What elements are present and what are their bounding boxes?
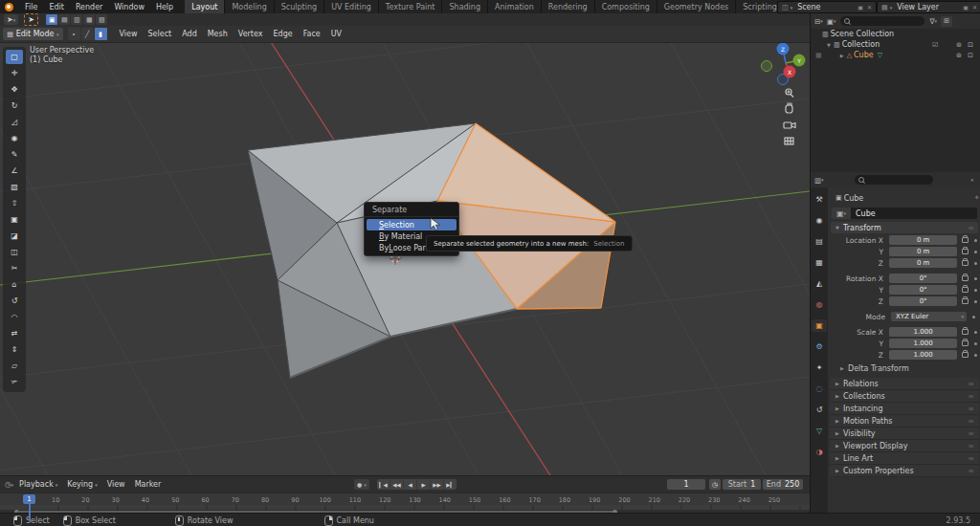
- panel-collections[interactable]: ▶Collections≡: [830, 390, 979, 403]
- tab-sculpting[interactable]: Sculpting: [275, 0, 324, 13]
- tab-uv-editing[interactable]: UV Editing: [324, 0, 379, 13]
- edge-select-button[interactable]: ╱: [81, 28, 94, 40]
- animate-dot[interactable]: [974, 277, 977, 280]
- tool-extrude-region[interactable]: ⇧: [6, 196, 23, 210]
- panel-line-art[interactable]: ▶Line Art≡: [830, 452, 979, 465]
- field-location-x[interactable]: 0 m: [889, 235, 957, 245]
- navigation-gizmo[interactable]: Z Y X: [762, 43, 806, 85]
- tool-shear[interactable]: ▱: [6, 359, 23, 373]
- menu-help[interactable]: Help: [150, 3, 179, 11]
- field-mode[interactable]: XYZ Euler▾: [891, 312, 967, 321]
- animate-dot[interactable]: [974, 354, 977, 357]
- tab-animation[interactable]: Animation: [488, 0, 542, 13]
- viewport-3d[interactable]: Z Y X User Perspective (1) Cube ▢✛✥↻◿◉✎∠…: [0, 42, 810, 475]
- tab-rendering[interactable]: Rendering: [542, 0, 595, 13]
- select-intersect-button[interactable]: ▧: [96, 14, 107, 25]
- properties-tab-material[interactable]: ◑: [812, 446, 827, 458]
- panel-instancing[interactable]: ▶Instancing≡: [830, 403, 979, 415]
- chevron-down-icon[interactable]: ▾: [970, 177, 973, 183]
- disable-render-icon[interactable]: ⊡: [968, 41, 973, 49]
- properties-editor-icon[interactable]: ▥: [814, 176, 821, 185]
- outliner-search-input[interactable]: [840, 16, 924, 26]
- panel-drag-handle[interactable]: ≡: [968, 442, 974, 450]
- properties-tab-constraints[interactable]: ↺: [812, 404, 827, 416]
- face-select-button[interactable]: ▮: [95, 28, 107, 40]
- field-scale-x[interactable]: 1.000: [889, 327, 957, 337]
- pin-icon[interactable]: ⌖: [974, 193, 979, 203]
- disable-render-icon[interactable]: ⊡: [968, 52, 973, 59]
- collection-checkbox[interactable]: ☑: [932, 41, 938, 49]
- menu-window[interactable]: Window: [108, 3, 150, 11]
- animate-dot[interactable]: [974, 251, 977, 253]
- view-layer-selector[interactable]: ▤ ▾ View Layer ▣ ✕: [877, 1, 980, 13]
- lock-icon[interactable]: [962, 352, 969, 358]
- properties-tab-data[interactable]: ▽: [812, 425, 827, 437]
- field-z[interactable]: 0°: [889, 296, 957, 306]
- timeline-track[interactable]: [0, 505, 810, 510]
- delta-transform-panel[interactable]: ▶ Delta Transform: [830, 362, 979, 374]
- tool-edge-slide[interactable]: ⇄: [6, 326, 23, 340]
- scene-selector[interactable]: ◫ ▾ Scene ▣ ✕: [777, 1, 877, 13]
- tool-poly-build[interactable]: ⌂: [6, 277, 23, 292]
- perspective-toggle-icon[interactable]: [785, 138, 793, 144]
- lock-icon[interactable]: [962, 298, 969, 304]
- play-reverse-button[interactable]: ◀: [404, 479, 417, 490]
- timeline-menu-marker[interactable]: Marker: [135, 480, 162, 489]
- properties-search-input[interactable]: [855, 175, 933, 185]
- tool-annotate[interactable]: ✎: [6, 147, 23, 162]
- tool-bevel[interactable]: ◪: [6, 229, 23, 243]
- active-tool-dropdown[interactable]: ➤ ▾: [4, 14, 18, 25]
- properties-tab-modifiers[interactable]: ⚙: [812, 340, 827, 353]
- tool-rotate[interactable]: ↻: [6, 99, 23, 113]
- properties-tab-output[interactable]: ▤: [812, 235, 827, 248]
- play-button[interactable]: ▶: [417, 479, 431, 490]
- tool-loop-cut[interactable]: ◫: [6, 245, 23, 259]
- mode-selector[interactable]: ▦ Edit Mode ▾: [3, 28, 63, 40]
- copy-icon[interactable]: ▣: [963, 4, 969, 11]
- lock-icon[interactable]: [962, 275, 969, 281]
- timeline-ruler[interactable]: 1020304050607080901001101201301401501601…: [0, 493, 810, 506]
- lock-icon[interactable]: [962, 237, 969, 243]
- outliner-row-scene-collection[interactable]: ▥ Scene Collection: [811, 29, 980, 39]
- outliner-row-cube[interactable]: ▦ ▶ △ Cube ▽ ⊚ ⊡: [811, 50, 980, 60]
- animate-dot[interactable]: [974, 300, 977, 303]
- viewport-menu-edge[interactable]: Edge: [269, 30, 298, 38]
- new-collection-button[interactable]: ⊞: [941, 16, 952, 27]
- jump-to-end-button[interactable]: ▶▎: [444, 479, 457, 490]
- tab-modeling[interactable]: Modeling: [225, 0, 274, 13]
- tab-compositing[interactable]: Compositing: [595, 0, 657, 13]
- menu-render[interactable]: Render: [70, 3, 108, 11]
- viewport-menu-uv[interactable]: UV: [326, 30, 346, 38]
- expand-arrow-icon[interactable]: ▶: [839, 53, 845, 58]
- animate-dot[interactable]: [972, 316, 975, 318]
- panel-motion-paths[interactable]: ▶Motion Paths≡: [830, 415, 979, 427]
- tool-select-box[interactable]: ▢: [6, 50, 23, 64]
- lock-icon[interactable]: [962, 249, 969, 254]
- select-subtract-button[interactable]: ▥: [71, 14, 82, 25]
- lock-icon[interactable]: [962, 340, 969, 346]
- blender-logo-icon[interactable]: [5, 3, 13, 11]
- use-preview-range-toggle[interactable]: ◷: [709, 479, 721, 490]
- animate-dot[interactable]: [974, 262, 977, 265]
- lock-icon[interactable]: [962, 260, 969, 266]
- panel-drag-handle[interactable]: ≡: [968, 454, 974, 463]
- object-type-icon[interactable]: ▣▾: [832, 208, 851, 219]
- panel-viewport-display[interactable]: ▶Viewport Display≡: [830, 440, 979, 452]
- properties-tab-world[interactable]: ◍: [812, 298, 827, 311]
- display-mode-icon[interactable]: ▣: [827, 17, 834, 26]
- panel-relations[interactable]: ▶Relations≡: [830, 378, 979, 390]
- select-invert-button[interactable]: ▦: [83, 14, 95, 25]
- panel-drag-handle[interactable]: ≡: [968, 380, 974, 388]
- animate-dot[interactable]: [974, 342, 977, 345]
- tool-rip-region[interactable]: ✃: [6, 375, 23, 389]
- menu-file[interactable]: File: [19, 3, 43, 11]
- properties-tab-view-layer[interactable]: ▦: [812, 256, 827, 269]
- tool-smooth[interactable]: ◠: [6, 310, 23, 324]
- tool-scale[interactable]: ◿: [6, 115, 23, 129]
- playhead[interactable]: 1: [23, 494, 35, 504]
- panel-drag-handle[interactable]: ≡: [968, 224, 974, 232]
- unlink-icon[interactable]: ✕: [867, 4, 872, 11]
- properties-tab-physics[interactable]: ◌: [812, 383, 827, 395]
- viewport-menu-face[interactable]: Face: [299, 30, 325, 38]
- pan-hand-icon[interactable]: [786, 102, 792, 113]
